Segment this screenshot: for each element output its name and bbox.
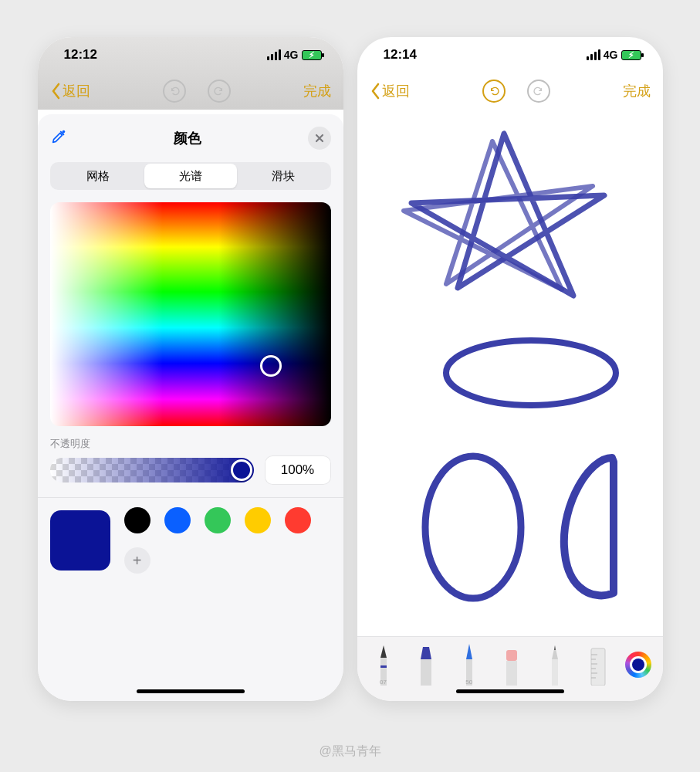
svg-rect-6 — [591, 648, 605, 686]
eyedropper-button[interactable] — [50, 128, 67, 148]
spectrum-area[interactable] — [50, 202, 331, 426]
swatch-red[interactable] — [285, 507, 311, 533]
close-button[interactable] — [308, 127, 331, 150]
status-right: 4G ⚡︎ — [267, 49, 322, 61]
status-bar: 12:12 4G ⚡︎ — [38, 37, 343, 73]
network-label: 4G — [284, 49, 299, 61]
tool-pen[interactable]: 07 — [368, 642, 399, 686]
drawing-canvas[interactable] — [357, 110, 663, 636]
ruler-icon — [587, 642, 610, 686]
swatch-yellow[interactable] — [245, 507, 271, 533]
done-label: 完成 — [303, 83, 331, 99]
status-time: 12:12 — [64, 47, 97, 63]
home-indicator[interactable] — [137, 689, 245, 693]
tab-spectrum[interactable]: 光谱 — [144, 164, 237, 188]
done-button[interactable]: 完成 — [303, 82, 331, 100]
sheet-title: 颜色 — [174, 129, 201, 147]
redo-icon — [213, 85, 225, 97]
opacity-value: 100% — [281, 462, 314, 478]
swatch-black[interactable] — [124, 507, 150, 533]
current-color-swatch[interactable] — [50, 510, 110, 571]
status-time: 12:14 — [384, 47, 417, 63]
back-button[interactable]: 返回 — [370, 82, 410, 100]
opacity-thumb[interactable] — [231, 459, 252, 481]
undo-icon — [488, 85, 500, 97]
phone-drawing-canvas: 12:14 4G ⚡︎ 返回 完成 — [357, 37, 663, 701]
drawing-strokes — [357, 110, 663, 636]
battery-icon: ⚡︎ — [302, 50, 322, 60]
swatch-green[interactable] — [205, 507, 231, 533]
network-label: 4G — [604, 49, 618, 61]
svg-point-1 — [446, 340, 616, 405]
divider — [38, 497, 343, 498]
chevron-left-icon — [50, 83, 61, 100]
back-label: 返回 — [63, 82, 90, 100]
redo-icon — [533, 85, 545, 97]
svg-rect-5 — [506, 650, 517, 661]
eraser-icon — [501, 642, 522, 686]
svg-rect-3 — [380, 665, 387, 668]
done-button[interactable]: 完成 — [623, 82, 651, 100]
done-label: 完成 — [623, 83, 651, 99]
plus-icon: + — [133, 552, 142, 570]
tool-eraser[interactable] — [496, 642, 527, 686]
svg-point-0 — [62, 130, 65, 134]
phone-color-picker: 12:12 4G ⚡︎ 返回 — [38, 37, 343, 701]
undo-button[interactable] — [482, 80, 506, 103]
opacity-slider[interactable] — [50, 458, 254, 482]
current-color-dot — [632, 659, 644, 671]
nav-bar: 返回 完成 — [357, 73, 663, 110]
spectrum-cursor[interactable] — [260, 355, 282, 377]
battery-icon: ⚡︎ — [621, 50, 641, 60]
tool-marker[interactable] — [411, 642, 441, 686]
home-indicator[interactable] — [456, 689, 564, 693]
tab-grid[interactable]: 网格 — [52, 164, 144, 188]
status-right: 4G ⚡︎ — [587, 49, 641, 61]
tab-spectrum-label: 光谱 — [179, 169, 202, 184]
color-picker-sheet: 颜色 网格 光谱 滑块 不透明度 100% — [38, 114, 343, 701]
svg-point-2 — [425, 456, 521, 598]
status-bar: 12:14 4G ⚡︎ — [357, 37, 663, 73]
tool-pencil[interactable] — [539, 642, 570, 686]
pencil-icon — [546, 642, 564, 686]
close-icon — [315, 134, 324, 143]
opacity-value-field[interactable]: 100% — [265, 455, 331, 485]
undo-icon — [168, 85, 181, 97]
redo-button[interactable] — [527, 80, 550, 103]
svg-rect-4 — [506, 661, 517, 686]
tab-sliders-label: 滑块 — [272, 169, 295, 184]
undo-button[interactable] — [163, 80, 186, 103]
watermark: @黑马青年 — [319, 743, 380, 760]
tool-ruler[interactable] — [583, 642, 614, 686]
highlighter-size-label: 50 — [465, 679, 472, 686]
back-button[interactable]: 返回 — [50, 82, 90, 100]
signal-icon — [267, 49, 281, 60]
tab-sliders[interactable]: 滑块 — [237, 164, 330, 188]
signal-icon — [587, 49, 600, 60]
eyedropper-icon — [50, 128, 67, 145]
back-label: 返回 — [382, 82, 410, 100]
redo-button[interactable] — [208, 80, 231, 103]
nav-bar: 返回 完成 — [38, 73, 343, 110]
tab-grid-label: 网格 — [86, 169, 110, 184]
picker-mode-segmented[interactable]: 网格 光谱 滑块 — [50, 162, 331, 190]
add-swatch-button[interactable]: + — [124, 547, 150, 574]
tool-highlighter[interactable]: 50 — [454, 642, 485, 686]
marker-icon — [414, 642, 438, 686]
opacity-label: 不透明度 — [50, 437, 331, 451]
color-picker-button[interactable] — [625, 652, 651, 678]
chevron-left-icon — [370, 83, 380, 100]
pen-size-label: 07 — [380, 679, 387, 686]
preset-swatches: + — [124, 507, 317, 574]
swatch-blue[interactable] — [164, 507, 191, 533]
